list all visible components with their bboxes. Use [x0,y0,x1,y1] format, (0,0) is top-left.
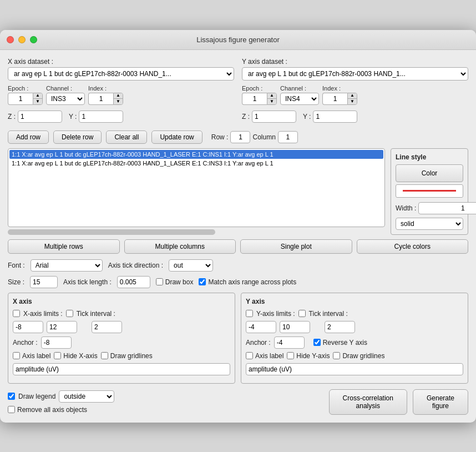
y-axis-label-label: Axis label [255,352,283,360]
column-label: Column [252,133,275,141]
y-epoch-down[interactable]: ▼ [267,99,276,104]
y-limits-checkbox[interactable] [246,310,253,317]
scrollbar-area [8,229,385,235]
x-channel-label: Channel : [46,85,85,92]
row-input[interactable]: 1 [230,131,250,143]
y-index-label: Index : [322,85,357,92]
clear-all-button[interactable]: Clear all [106,130,147,144]
size-input[interactable]: 15 [30,276,58,288]
y-gridlines-checkbox[interactable] [333,352,340,359]
y-index-stepper: 1 ▲ ▼ [322,93,357,105]
match-axis-group: Match axis range across plots [199,278,296,286]
line-style-select[interactable]: solid dashed dotted [396,218,463,230]
hide-y-label: Hide Y-axis [296,352,330,360]
hide-y-checkbox[interactable] [287,352,294,359]
y-channel-select[interactable]: INS4 [280,93,319,105]
hide-x-checkbox[interactable] [54,352,61,359]
x-gridlines-label: Draw gridlines [110,352,153,360]
x-axis-label-group: Axis label [13,352,50,360]
x-anchor-input[interactable]: -8 [41,337,72,349]
x-z-input[interactable]: 1 [18,111,62,123]
y-index-down[interactable]: ▼ [348,99,357,104]
horizontal-scrollbar[interactable] [8,229,215,235]
x-tick-value[interactable]: 2 [92,321,122,333]
color-preview [396,184,463,198]
add-row-button[interactable]: Add row [8,130,49,144]
single-plot-button[interactable]: Single plot [240,239,352,254]
draw-legend-group: Draw legend outside inside none [8,390,114,403]
multiple-rows-button[interactable]: Multiple rows [8,239,120,254]
remove-axis-checkbox[interactable] [8,406,15,413]
y-tick-value[interactable]: 2 [325,321,355,333]
line-style-title: Line style [396,153,463,161]
x-dataset-label: X axis dataset : [8,58,234,66]
y-channel-label: Channel : [280,85,319,92]
close-btn[interactable] [7,36,14,43]
y-axis-label-group: Axis label [246,352,283,360]
y-dataset-select[interactable]: ar avg ep L 1 but dc gLEP17ch-882r-0003 … [242,67,468,81]
x-options-row: Axis label Hide X-axis Draw gridlines [13,352,230,360]
y-epoch-up[interactable]: ▲ [267,93,276,99]
y-limits-max[interactable]: 10 [280,321,310,333]
list-item[interactable]: 1:1 X:ar avg ep L 1 but dc gLEP17ch-882r… [9,159,383,168]
font-row: Font : Arial Helvetica Times New Roman A… [8,259,468,272]
cycle-colors-button[interactable]: Cycle colors [357,239,469,254]
x-axis-panel-title: X axis [13,298,230,305]
x-limits-max[interactable]: 12 [47,321,77,333]
x-y-input[interactable]: 1 [79,111,123,123]
x-tick-checkbox[interactable] [66,310,73,317]
x-label-input[interactable]: amplitude (uV) [13,363,230,375]
minimize-btn[interactable] [18,36,26,43]
y-y-input[interactable]: 1 [313,111,357,123]
list-item[interactable]: 1:1 X:ar avg ep L 1 but dc gLEP17ch-882r… [9,150,383,159]
x-axis-label-checkbox[interactable] [13,352,20,359]
axis-tick-dir-select[interactable]: out in both [169,259,213,272]
x-epoch-input[interactable]: 1 [8,93,33,105]
list-box[interactable]: 1:1 X:ar avg ep L 1 but dc gLEP17ch-882r… [8,148,385,227]
y-label-input[interactable]: amplitude (uV) [246,363,463,375]
y-index-up[interactable]: ▲ [348,93,357,99]
x-axis-label-label: Axis label [22,352,50,360]
y-zy-row: Z : 1 Y : 1 [242,111,468,123]
multiple-columns-button[interactable]: Multiple columns [124,239,236,254]
x-limits-min[interactable]: -8 [13,321,43,333]
hide-x-group: Hide X-axis [54,352,97,360]
tick-len-input[interactable]: 0.005 [117,276,150,288]
legend-position-select[interactable]: outside inside none [59,390,114,403]
x-index-down[interactable]: ▼ [114,99,123,104]
delete-row-button[interactable]: Delete row [53,130,102,144]
draw-legend-checkbox[interactable] [8,393,15,400]
width-input[interactable]: 1 [418,202,476,214]
draw-box-checkbox[interactable] [156,278,163,285]
column-input[interactable]: 1 [278,131,298,143]
reverse-y-checkbox[interactable] [313,339,321,346]
y-values-row: -4 10 2 [246,321,463,333]
x-zy-row: Z : 1 Y : 1 [8,111,234,123]
cross-correlation-button[interactable]: Cross-correlation analysis [329,389,407,415]
y-epoch-input[interactable]: 1 [242,93,267,105]
y-index-input[interactable]: 1 [322,93,347,105]
remove-axis-label: Remove all axis objects [17,406,87,414]
x-gridlines-checkbox[interactable] [101,352,108,359]
match-axis-checkbox[interactable] [199,278,206,285]
y-axis-label-checkbox[interactable] [246,352,253,359]
y-limits-label: Y-axis limits : [256,310,295,318]
x-channel-select[interactable]: INS3 [46,93,85,105]
generate-figure-button[interactable]: Generate figure [413,389,468,415]
y-limits-min[interactable]: -4 [246,321,276,333]
font-select[interactable]: Arial Helvetica Times New Roman [31,259,103,272]
x-index-up[interactable]: ▲ [114,93,123,99]
x-limits-checkbox[interactable] [13,310,20,317]
x-epoch-up[interactable]: ▲ [33,93,42,99]
color-button[interactable]: Color [396,164,463,182]
y-z-input[interactable]: 1 [252,111,296,123]
x-index-input[interactable]: 1 [88,93,113,105]
y-axis-panel: Y axis Y-axis limits : Tick interval : -… [241,293,468,384]
main-window: Lissajous figure generator X axis datase… [0,30,476,423]
x-dataset-select[interactable]: ar avg ep L 1 but dc gLEP17ch-882r-0003 … [8,67,234,81]
x-epoch-down[interactable]: ▼ [33,99,42,104]
y-tick-checkbox[interactable] [298,310,306,317]
y-anchor-input[interactable]: -4 [274,337,305,349]
update-row-button[interactable]: Update row [151,130,202,144]
maximize-btn[interactable] [30,36,37,43]
